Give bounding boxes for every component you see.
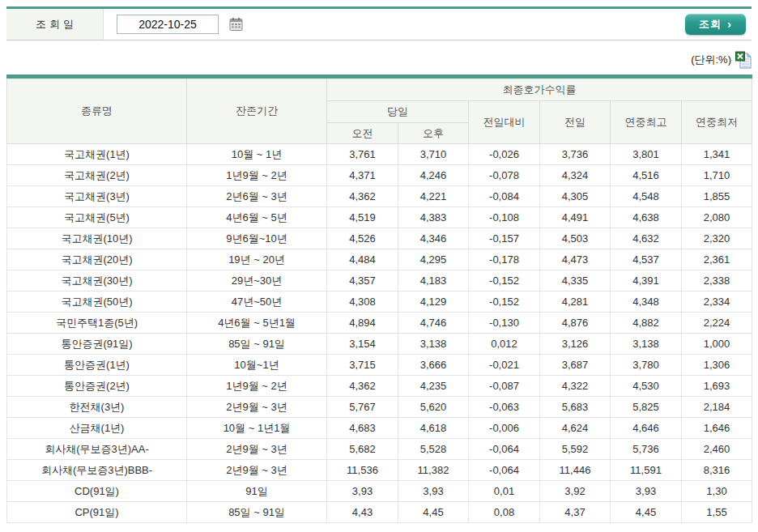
- year-high: 4,45: [611, 502, 682, 523]
- change-vs-prev: -0,063: [469, 397, 540, 418]
- maturity-range: 10월 ~ 1년1월: [187, 418, 327, 439]
- change-vs-prev: -0,108: [469, 207, 540, 228]
- yield-pm: 4,246: [398, 165, 469, 186]
- unit-row: (단위:%): [6, 51, 752, 69]
- yield-pm: 4,346: [398, 228, 469, 249]
- yield-pm: 5,620: [398, 397, 469, 418]
- maturity-range: 2년9월 ~ 3년: [187, 397, 327, 418]
- yield-pm: 11,382: [398, 460, 469, 481]
- yield-prev: 4,624: [540, 418, 611, 439]
- yield-am: 3,154: [327, 334, 398, 355]
- bond-name: 회사채(무보증3년)AA-: [7, 439, 187, 460]
- bond-name: 한전채(3년): [7, 397, 187, 418]
- excel-export-icon[interactable]: [735, 51, 752, 69]
- change-vs-prev: 0,08: [469, 502, 540, 523]
- yield-pm: 3,138: [398, 334, 469, 355]
- maturity-range: 91일: [187, 481, 327, 502]
- year-low: 1,55: [682, 502, 752, 523]
- header-am: 오전: [327, 123, 398, 144]
- search-bar: 조회일 조회 ›: [6, 6, 752, 40]
- yield-pm: 4,183: [398, 270, 469, 292]
- header-change: 전일대비: [469, 101, 540, 144]
- change-vs-prev: -0,026: [469, 144, 540, 165]
- year-low: 2,460: [682, 439, 752, 460]
- header-final-yield-group: 최종호가수익률: [327, 77, 752, 101]
- year-high: 3,801: [611, 144, 682, 165]
- yield-pm: 4,221: [398, 186, 469, 207]
- maturity-range: 10월~1년: [187, 355, 327, 376]
- unit-label: (단위:%): [691, 53, 731, 67]
- header-year-low: 연중최저: [682, 101, 752, 144]
- date-input[interactable]: [117, 15, 219, 34]
- year-high: 4,516: [611, 165, 682, 186]
- header-maturity: 잔존기간: [187, 77, 327, 144]
- table-row: 국고채권(50년)47년~50년4,3084,129-0,1524,2814,3…: [7, 292, 752, 313]
- table-row: 통안증권(1년)10월~1년3,7153,666-0,0213,6873,780…: [7, 355, 752, 376]
- year-high: 3,138: [611, 334, 682, 355]
- yield-am: 4,43: [327, 502, 398, 523]
- header-type: 종류명: [7, 77, 187, 144]
- table-row: CD(91일)91일3,933,930,013,923,931,30: [7, 481, 752, 502]
- maturity-range: 10월 ~ 1년: [187, 144, 327, 165]
- bond-name: 국고채권(1년): [7, 144, 187, 165]
- maturity-range: 47년~50년: [187, 292, 327, 313]
- year-low: 1,000: [682, 334, 752, 355]
- year-high: 4,348: [611, 292, 682, 313]
- yield-am: 4,484: [327, 249, 398, 270]
- page: 조회일 조회 › (단위:%): [0, 0, 758, 523]
- yield-am: 3,715: [327, 355, 398, 376]
- yield-pm: 4,235: [398, 376, 469, 397]
- yield-pm: 4,129: [398, 292, 469, 313]
- table-row: 국고채권(30년)29년~30년4,3574,183-0,1524,3354,3…: [7, 270, 752, 292]
- yield-am: 4,362: [327, 376, 398, 397]
- yield-prev: 4,335: [540, 270, 611, 292]
- bond-name: CD(91일): [7, 481, 187, 502]
- yield-am: 4,683: [327, 418, 398, 439]
- bond-name: 통안증권(1년): [7, 355, 187, 376]
- search-button[interactable]: 조회 ›: [685, 14, 746, 35]
- yield-prev: 4,503: [540, 228, 611, 249]
- maturity-range: 4년6월 ~ 5년: [187, 207, 327, 228]
- bond-name: 산금채(1년): [7, 418, 187, 439]
- header-pm: 오후: [398, 123, 469, 144]
- search-button-label: 조회: [699, 17, 722, 32]
- table-row: 국고채권(1년)10월 ~ 1년3,7613,710-0,0263,7363,8…: [7, 144, 752, 165]
- table-row: 국민주택1종(5년)4년6월 ~ 5년1월4,8944,746-0,1304,8…: [7, 313, 752, 334]
- yield-prev: 4,473: [540, 249, 611, 270]
- bond-name: 통안증권(2년): [7, 376, 187, 397]
- year-low: 2,334: [682, 292, 752, 313]
- yield-prev: 4,281: [540, 292, 611, 313]
- change-vs-prev: 0,01: [469, 481, 540, 502]
- table-row: 통안증권(2년)1년9월 ~ 2년4,3624,235-0,0874,3224,…: [7, 376, 752, 397]
- year-low: 2,320: [682, 228, 752, 249]
- year-high: 3,93: [611, 481, 682, 502]
- year-high: 4,530: [611, 376, 682, 397]
- year-low: 1,710: [682, 165, 752, 186]
- date-input-area: [104, 9, 685, 40]
- maturity-range: 2년6월 ~ 3년: [187, 186, 327, 207]
- change-vs-prev: -0,152: [469, 292, 540, 313]
- yield-prev: 5,683: [540, 397, 611, 418]
- year-high: 4,632: [611, 228, 682, 249]
- bond-name: 국고채권(30년): [7, 270, 187, 292]
- year-low: 1,855: [682, 186, 752, 207]
- change-vs-prev: -0,087: [469, 376, 540, 397]
- table-row: 국고채권(2년)1년9월 ~ 2년4,3714,246-0,0784,3244,…: [7, 165, 752, 186]
- year-low: 2,224: [682, 313, 752, 334]
- table-row: 국고채권(5년)4년6월 ~ 5년4,5194,383-0,1084,4914,…: [7, 207, 752, 228]
- year-low: 1,693: [682, 376, 752, 397]
- maturity-range: 2년9월 ~ 3년: [187, 460, 327, 481]
- yield-prev: 4,305: [540, 186, 611, 207]
- yield-pm: 4,746: [398, 313, 469, 334]
- maturity-range: 9년6월~10년: [187, 228, 327, 249]
- yield-pm: 4,295: [398, 249, 469, 270]
- calendar-icon[interactable]: [229, 17, 244, 32]
- year-high: 4,537: [611, 249, 682, 270]
- yield-am: 4,894: [327, 313, 398, 334]
- yield-am: 3,93: [327, 481, 398, 502]
- year-low: 1,30: [682, 481, 752, 502]
- change-vs-prev: -0,064: [469, 439, 540, 460]
- change-vs-prev: -0,064: [469, 460, 540, 481]
- yield-pm: 3,93: [398, 481, 469, 502]
- year-high: 4,548: [611, 186, 682, 207]
